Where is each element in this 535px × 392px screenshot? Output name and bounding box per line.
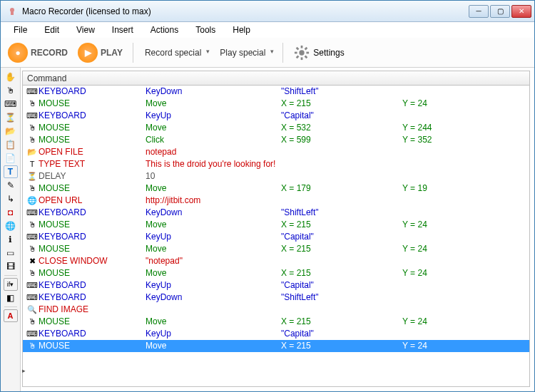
play-button[interactable]: ▶ PLAY: [75, 41, 126, 64]
row-param1: Move: [146, 182, 281, 195]
picker-icon[interactable]: ✎: [4, 179, 18, 192]
row-command: OPEN FILE: [39, 146, 146, 158]
command-row[interactable]: ⌨KEYBOARDKeyDown"ShiftLeft": [23, 207, 529, 219]
command-row[interactable]: 🖱MOUSEMoveX = 215Y = 24: [23, 98, 529, 110]
menu-tools[interactable]: Tools: [188, 24, 223, 36]
command-row[interactable]: 🖱MOUSEMoveX = 215Y = 24: [23, 243, 529, 255]
row-param3: Y = 24: [402, 219, 529, 231]
command-row[interactable]: 🖱MOUSEMoveX = 215Y = 24: [23, 340, 529, 352]
movie-icon[interactable]: 🎞: [4, 260, 18, 273]
command-row[interactable]: 🖱MOUSEMoveX = 215Y = 24: [23, 316, 529, 328]
menu-edit[interactable]: Edit: [37, 24, 66, 36]
paste-icon[interactable]: 📄: [4, 152, 18, 165]
stop-icon[interactable]: ◘: [4, 206, 18, 219]
close-button[interactable]: ✕: [511, 5, 531, 18]
row-param2: "Capital": [281, 328, 402, 340]
row-command: CLOSE WINDOW: [39, 255, 146, 267]
row-param1: Move: [146, 98, 281, 110]
mouse-icon[interactable]: 🖱: [4, 84, 18, 97]
maximize-button[interactable]: ▢: [490, 5, 510, 18]
row-param1: KeyDown: [146, 292, 281, 304]
settings-label: Settings: [313, 48, 344, 58]
row-command: MOUSE: [39, 340, 146, 352]
label-icon[interactable]: ◧: [4, 292, 18, 304]
row-param2: X = 532: [281, 122, 402, 134]
copy-icon[interactable]: 📋: [4, 138, 18, 151]
menu-help[interactable]: Help: [225, 24, 258, 36]
if-icon[interactable]: if▾: [4, 278, 18, 291]
row-command: FIND IMAGE: [39, 304, 146, 316]
row-command: KEYBOARD: [39, 110, 146, 122]
open-file-icon[interactable]: 📂: [4, 125, 18, 138]
row-command: MOUSE: [39, 316, 146, 328]
row-param2: "Capital": [281, 279, 402, 292]
play-special-dropdown[interactable]: Play special: [215, 46, 275, 59]
row-icon: 🖱: [26, 98, 39, 110]
command-row[interactable]: ⏳DELAY10: [23, 170, 529, 182]
command-row[interactable]: 🌐OPEN URLhttp://jitbit.com: [23, 195, 529, 207]
row-command: MOUSE: [39, 243, 146, 255]
row-icon: 📂: [26, 146, 39, 158]
record-special-dropdown[interactable]: Record special: [141, 46, 211, 59]
command-row[interactable]: ⌨KEYBOARDKeyDown"ShiftLeft": [23, 86, 529, 98]
row-param2: X = 599: [281, 134, 402, 146]
settings-button[interactable]: Settings: [290, 43, 347, 63]
row-param1: This is the droid you're looking for!: [146, 158, 281, 170]
sidebar-collapse-handle[interactable]: ▸: [21, 356, 26, 385]
row-command: DELAY: [39, 170, 146, 182]
info-icon[interactable]: ℹ: [4, 233, 18, 246]
command-row[interactable]: TTYPE TEXTThis is the droid you're looki…: [23, 158, 529, 170]
menu-actions[interactable]: Actions: [143, 24, 185, 36]
rows-container[interactable]: ⌨KEYBOARDKeyDown"ShiftLeft"🖱MOUSEMoveX =…: [23, 86, 529, 386]
row-param2: X = 215: [281, 98, 402, 110]
menu-insert[interactable]: Insert: [105, 24, 141, 36]
row-command: MOUSE: [39, 182, 146, 195]
font-icon[interactable]: A: [4, 309, 18, 322]
gear-icon: [293, 44, 310, 61]
command-row[interactable]: 🔍FIND IMAGE: [23, 304, 529, 316]
svg-line-9: [297, 56, 299, 58]
row-param1: Move: [146, 340, 281, 352]
command-row[interactable]: ⌨KEYBOARDKeyUp"Capital": [23, 110, 529, 122]
command-row[interactable]: 🖱MOUSEMoveX = 179Y = 19: [23, 182, 529, 195]
command-row[interactable]: 🖱MOUSEMoveX = 532Y = 244: [23, 122, 529, 134]
window-icon[interactable]: ▭: [4, 247, 18, 259]
toolbar: ● RECORD ▶ PLAY Record special Play spec…: [1, 38, 534, 68]
row-param1: Move: [146, 243, 281, 255]
menu-file[interactable]: File: [6, 24, 34, 36]
command-row[interactable]: 🖱MOUSEClickX = 599Y = 352: [23, 134, 529, 146]
type-text-icon[interactable]: T: [4, 165, 18, 178]
keyboard-icon[interactable]: ⌨: [4, 98, 18, 110]
row-icon: ⌨: [26, 328, 39, 340]
column-header[interactable]: Command: [23, 71, 529, 86]
row-icon: 🖱: [26, 243, 39, 255]
open-url-icon[interactable]: 🌐: [4, 220, 18, 232]
record-button[interactable]: ● RECORD: [5, 41, 71, 64]
minimize-button[interactable]: ─: [469, 5, 489, 18]
goto-icon[interactable]: ↳: [4, 192, 18, 205]
row-command: KEYBOARD: [39, 231, 146, 243]
command-row[interactable]: ✖CLOSE WINDOW"notepad": [23, 255, 529, 267]
row-param2: "ShiftLeft": [281, 292, 402, 304]
command-row[interactable]: ⌨KEYBOARDKeyUp"Capital": [23, 279, 529, 292]
row-icon: 🖱: [26, 316, 39, 328]
command-row[interactable]: 🖱MOUSEMoveX = 215Y = 24: [23, 219, 529, 231]
command-row[interactable]: 🖱MOUSEMoveX = 215Y = 24: [23, 267, 529, 279]
command-row[interactable]: ⌨KEYBOARDKeyUp"Capital": [23, 231, 529, 243]
row-param1: KeyUp: [146, 328, 281, 340]
command-row[interactable]: ⌨KEYBOARDKeyDown"ShiftLeft": [23, 292, 529, 304]
row-icon: 🌐: [26, 195, 39, 207]
row-icon: ⌨: [26, 292, 39, 304]
menu-view[interactable]: View: [69, 24, 102, 36]
hand-icon[interactable]: ✋: [4, 71, 18, 83]
command-row[interactable]: 📂OPEN FILEnotepad: [23, 146, 529, 158]
sidebar-separator: [4, 306, 17, 307]
row-command: KEYBOARD: [39, 292, 146, 304]
row-param1: KeyUp: [146, 110, 281, 122]
row-icon: ⌨: [26, 86, 39, 98]
command-row[interactable]: ⌨KEYBOARDKeyUp"Capital": [23, 328, 529, 340]
row-param1: notepad: [146, 146, 281, 158]
row-param2: X = 179: [281, 182, 402, 195]
row-command: KEYBOARD: [39, 328, 146, 340]
delay-icon[interactable]: ⏳: [4, 111, 18, 124]
